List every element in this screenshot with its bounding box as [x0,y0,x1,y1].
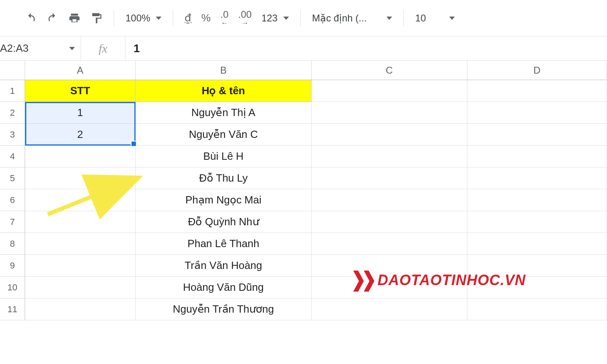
cell-A2[interactable]: 1 [25,102,136,124]
cell-A11[interactable] [25,298,136,320]
row-header[interactable]: 5 [0,167,25,189]
font-size-value: 10 [415,13,426,24]
cell-C3[interactable] [312,124,467,146]
cell-B1[interactable]: Họ & tên [136,80,312,102]
cell-C6[interactable] [312,189,467,211]
chevron-down-icon [283,17,289,20]
cell-C10[interactable] [312,277,467,298]
cell-D10[interactable] [467,277,607,298]
cell-C11[interactable] [312,298,467,320]
row-header[interactable]: 7 [0,211,25,233]
increase-decimal-icon: .00 → [238,10,252,27]
cell-A3[interactable]: 2 [25,124,136,146]
row-header[interactable]: 3 [0,124,25,146]
row-header[interactable]: 2 [0,102,25,124]
cell-D5[interactable] [467,167,607,189]
cell-B7[interactable]: Đỗ Quỳnh Như [136,211,312,233]
cell-C8[interactable] [312,233,467,255]
formula-input[interactable]: 1 [125,36,607,60]
cell-C7[interactable] [312,211,467,233]
row: 6 Phạm Ngọc Mai [0,189,607,211]
cell-B8[interactable]: Phan Lê Thanh [136,233,312,255]
cell-B3[interactable]: Nguyễn Văn C [136,124,312,146]
cell-A5[interactable] [25,167,136,189]
row-header[interactable]: 4 [0,146,25,167]
zoom-dropdown[interactable]: 100% [123,13,164,24]
fx-label: fx [81,36,125,60]
cell-D1[interactable] [467,80,607,102]
row: 8 Phan Lê Thanh [0,233,607,255]
increase-decimal-button[interactable]: .00 → [236,7,254,29]
cell-D9[interactable] [467,255,607,277]
row-header[interactable]: 8 [0,233,25,255]
cell-A4[interactable] [25,146,136,167]
cell-A6[interactable] [25,189,136,211]
cell-A1[interactable]: STT [25,80,136,102]
cell-D2[interactable] [467,102,607,124]
row-header[interactable]: 11 [0,298,25,320]
cell-B5[interactable]: Đỗ Thu Ly [136,167,312,189]
toolbar-separator [403,10,404,26]
font-size-dropdown[interactable]: 10 [413,13,457,24]
cell-C2[interactable] [312,102,467,124]
column-header-B[interactable]: B [136,61,312,80]
row: 10 Hoàng Văn Dũng [0,277,607,298]
undo-icon [25,12,37,24]
redo-button[interactable] [44,10,61,27]
row: 3 2 Nguyễn Văn C [0,124,607,146]
cell-A9[interactable] [25,255,136,277]
cell-C5[interactable] [312,167,467,189]
cell-B6[interactable]: Phạm Ngọc Mai [136,189,312,211]
toolbar-separator [300,10,301,26]
cell-B2[interactable]: Nguyễn Thị A [136,102,312,124]
font-family-value: Mặc định (... [312,13,367,24]
cell-A10[interactable] [25,277,136,298]
column-header-A[interactable]: A [25,61,136,80]
cell-D4[interactable] [467,146,607,167]
toolbar-separator [114,10,114,26]
toolbar: 100% ₫ % .0 ← .00 → 123 Mặc định (... 10 [0,0,607,36]
decrease-decimal-button[interactable]: .0 ← [218,7,231,29]
chevron-down-icon [69,47,75,50]
cell-A7[interactable] [25,211,136,233]
cell-B4[interactable]: Bùi Lê H [136,146,312,167]
cell-A8[interactable] [25,233,136,255]
more-formats-dropdown[interactable]: 123 [259,13,291,24]
toolbar-separator [173,10,173,26]
cell-D7[interactable] [467,211,607,233]
more-formats-label: 123 [261,13,278,24]
cell-D8[interactable] [467,233,607,255]
column-header-C[interactable]: C [312,61,467,80]
cell-B10[interactable]: Hoàng Văn Dũng [136,277,312,298]
format-currency-button[interactable]: ₫ [182,9,194,27]
row-header[interactable]: 1 [0,80,25,102]
name-box[interactable]: A2:A3 [0,36,81,60]
column-header-D[interactable]: D [467,61,607,80]
font-family-dropdown[interactable]: Mặc định (... [310,13,395,24]
row-header[interactable]: 9 [0,255,25,277]
cell-C4[interactable] [312,146,467,167]
cell-D11[interactable] [467,298,607,320]
spreadsheet-grid: A B C D 1 STT Họ & tên 2 1 Nguyễn Thị A … [0,61,607,320]
grid-rows: 1 STT Họ & tên 2 1 Nguyễn Thị A 3 2 Nguy… [0,80,607,320]
cell-C9[interactable] [312,255,467,277]
cell-D6[interactable] [467,189,607,211]
decrease-decimal-icon: .0 ← [221,10,229,27]
row: 1 STT Họ & tên [0,80,607,102]
undo-button[interactable] [22,10,39,27]
row-header[interactable]: 10 [0,277,25,298]
row: 9 Trần Văn Hoàng [0,255,607,277]
cell-B9[interactable]: Trần Văn Hoàng [136,255,312,277]
format-percent-button[interactable]: % [199,9,213,27]
row: 11 Nguyễn Trần Thương [0,298,607,320]
print-button[interactable] [66,10,83,27]
row: 5 Đỗ Thu Ly [0,167,607,189]
paint-format-button[interactable] [88,10,105,27]
cell-C1[interactable] [312,80,467,102]
select-all-corner[interactable] [0,61,25,80]
cell-B11[interactable]: Nguyễn Trần Thương [136,298,312,320]
row-header[interactable]: 6 [0,189,25,211]
cell-D3[interactable] [467,124,607,146]
chevron-down-icon [386,17,392,20]
paint-roller-icon [90,12,102,24]
